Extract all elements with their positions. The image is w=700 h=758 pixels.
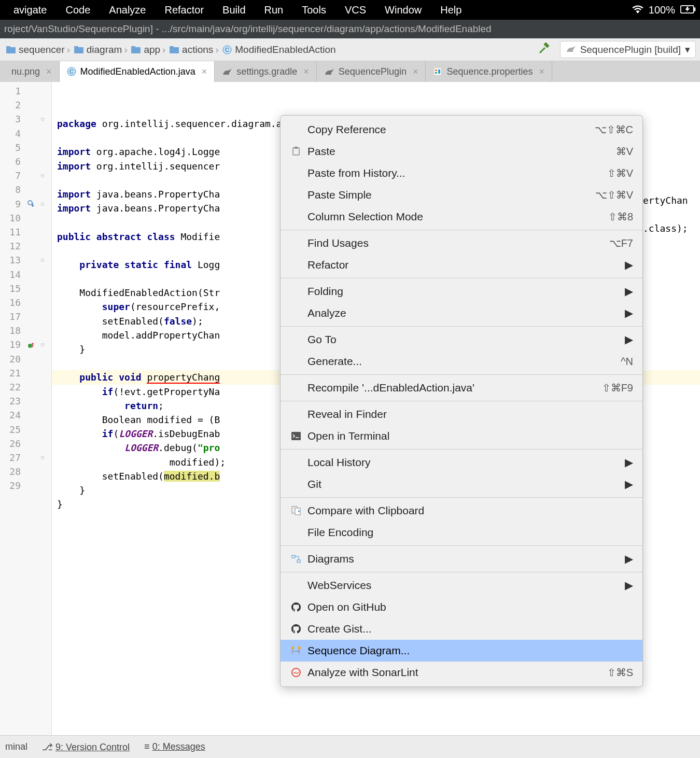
gutter-line-17[interactable]: 17 xyxy=(0,310,51,324)
menu-refactor[interactable]: Refactor xyxy=(155,4,213,16)
menu-item-analyze[interactable]: Analyze▶ xyxy=(281,302,642,324)
breadcrumb-diagram[interactable]: diagram xyxy=(72,44,124,55)
menu-item-analyze-with-sonarlint[interactable]: Analyze with SonarLint⇧⌘S xyxy=(281,662,642,683)
gutter-line-19[interactable]: 19⊟ xyxy=(0,338,51,352)
gutter-line-16[interactable]: 16 xyxy=(0,296,51,310)
gutter-line-14[interactable]: 14 xyxy=(0,267,51,281)
gutter-line-23[interactable]: 23 xyxy=(0,394,51,408)
menu-item-generate[interactable]: Generate...^N xyxy=(281,350,642,372)
menu-item-paste[interactable]: Paste⌘V xyxy=(281,141,642,162)
fold-icon[interactable]: ⊟ xyxy=(41,454,48,461)
menu-help[interactable]: Help xyxy=(431,4,471,16)
menubar-items: avigateCodeAnalyzeRefactorBuildRunToolsV… xyxy=(4,4,471,16)
list-icon: ≡ xyxy=(144,741,150,752)
close-icon[interactable]: × xyxy=(303,66,309,77)
fold-icon[interactable]: ⊟ xyxy=(41,201,48,207)
gutter-line-7[interactable]: 7⊟ xyxy=(0,169,51,183)
close-icon[interactable]: × xyxy=(202,66,207,77)
gutter-line-11[interactable]: 11 xyxy=(0,225,51,239)
gutter-line-26[interactable]: 26 xyxy=(0,437,51,451)
tab-sequence-properties[interactable]: Sequence.properties× xyxy=(426,61,552,82)
tab-modifiedenabledaction-java[interactable]: CModifiedEnabledAction.java× xyxy=(60,61,215,82)
tab-nu-png[interactable]: nu.png× xyxy=(0,61,60,82)
gutter-line-25[interactable]: 25 xyxy=(0,423,51,437)
tab-sequenceplugin[interactable]: SequencePlugin× xyxy=(317,61,426,82)
menu-item-find-usages[interactable]: Find Usages⌥F7 xyxy=(281,232,642,254)
fold-icon[interactable]: ⊟ xyxy=(41,172,48,179)
implements-down-icon[interactable] xyxy=(27,200,35,208)
terminal-tool[interactable]: minal xyxy=(5,741,27,752)
gutter-line-6[interactable]: 6 xyxy=(0,155,51,169)
gutter-line-28[interactable]: 28 xyxy=(0,465,51,479)
gutter-line-21[interactable]: 21 xyxy=(0,366,51,380)
menu-window[interactable]: Window xyxy=(375,4,431,16)
svg-point-20 xyxy=(28,344,32,348)
menu-separator xyxy=(281,497,642,498)
menu-item-sequence-diagram[interactable]: Sequence Diagram... xyxy=(281,640,642,662)
close-icon[interactable]: × xyxy=(46,66,52,77)
breadcrumb-sequencer[interactable]: sequencer xyxy=(4,44,67,55)
fold-icon[interactable]: ⊟ xyxy=(41,341,48,348)
breadcrumb-app[interactable]: app xyxy=(129,44,162,55)
svg-rect-17 xyxy=(435,72,437,74)
menu-item-paste-from-history[interactable]: Paste from History...⇧⌘V xyxy=(281,162,642,184)
fold-icon[interactable]: ⊟ xyxy=(41,257,48,263)
menu-item-paste-simple[interactable]: Paste Simple⌥⇧⌘V xyxy=(281,184,642,206)
gutter-line-22[interactable]: 22 xyxy=(0,380,51,394)
menu-item-reveal-in-finder[interactable]: Reveal in Finder xyxy=(281,403,642,425)
version-control-tool[interactable]: ⎇ 9: Version Control xyxy=(42,741,130,753)
fold-icon[interactable]: ⊟ xyxy=(41,116,48,122)
close-icon[interactable]: × xyxy=(413,66,418,77)
svg-point-30 xyxy=(292,668,300,677)
menu-item-copy-reference[interactable]: Copy Reference⌥⇧⌘C xyxy=(281,119,642,141)
menu-item-recompile-denabledaction-java[interactable]: Recompile '...dEnabledAction.java'⇧⌘F9 xyxy=(281,377,642,399)
menu-item-file-encoding[interactable]: File Encoding xyxy=(281,522,642,543)
menu-analyze[interactable]: Analyze xyxy=(100,4,155,16)
menu-item-folding[interactable]: Folding▶ xyxy=(281,280,642,302)
gutter-line-13[interactable]: 13⊟ xyxy=(0,253,51,267)
gutter-line-5[interactable]: 5 xyxy=(0,141,51,155)
menu-run[interactable]: Run xyxy=(255,4,293,16)
run-configuration-selector[interactable]: SequencePlugin [build] ▾ xyxy=(560,41,696,58)
menu-code[interactable]: Code xyxy=(57,4,100,16)
gutter-line-10[interactable]: 10 xyxy=(0,211,51,225)
tab-settings-gradle[interactable]: settings.gradle× xyxy=(215,61,317,82)
menu-tools[interactable]: Tools xyxy=(292,4,335,16)
menu-item-refactor[interactable]: Refactor▶ xyxy=(281,254,642,276)
menu-vcs[interactable]: VCS xyxy=(335,4,375,16)
menu-item-create-gist[interactable]: Create Gist... xyxy=(281,618,642,640)
menu-build[interactable]: Build xyxy=(213,4,255,16)
menu-item-diagrams[interactable]: Diagrams▶ xyxy=(281,548,642,570)
menu-item-go-to[interactable]: Go To▶ xyxy=(281,329,642,350)
gutter-line-15[interactable]: 15 xyxy=(0,282,51,296)
hammer-build-icon[interactable] xyxy=(537,42,550,57)
gutter-line-2[interactable]: 2 xyxy=(0,98,51,112)
gutter-line-9[interactable]: 9⊟ xyxy=(0,197,51,211)
overrides-up-icon[interactable] xyxy=(27,341,35,349)
menu-label: Folding xyxy=(302,285,625,298)
gutter-line-20[interactable]: 20 xyxy=(0,352,51,366)
gutter-line-29[interactable]: 29 xyxy=(0,479,51,493)
breadcrumb-actions[interactable]: actions xyxy=(167,44,215,55)
gutter-line-18[interactable]: 18 xyxy=(0,324,51,338)
menu-item-local-history[interactable]: Local History▶ xyxy=(281,452,642,473)
menu-item-open-in-terminal[interactable]: Open in Terminal xyxy=(281,425,642,447)
breadcrumb-modifiedenabledaction[interactable]: CModifiedEnabledAction xyxy=(220,44,338,55)
menu-avigate[interactable]: avigate xyxy=(4,4,57,16)
menu-item-webservices[interactable]: WebServices▶ xyxy=(281,574,642,596)
gutter-line-24[interactable]: 24 xyxy=(0,408,51,422)
chevron-right-icon: ▶ xyxy=(625,478,633,490)
menu-item-open-on-github[interactable]: Open on GitHub xyxy=(281,596,642,618)
gutter-line-12[interactable]: 12 xyxy=(0,239,51,253)
menu-item-git[interactable]: Git▶ xyxy=(281,473,642,495)
gutter-line-27[interactable]: 27⊟ xyxy=(0,451,51,465)
chevron-right-icon: ▶ xyxy=(625,307,633,319)
menu-item-column-selection-mode[interactable]: Column Selection Mode⇧⌘8 xyxy=(281,206,642,228)
gutter-line-4[interactable]: 4 xyxy=(0,127,51,141)
messages-tool[interactable]: ≡ 0: Messages xyxy=(144,741,205,752)
menu-item-compare-with-clipboard[interactable]: Compare with Clipboard xyxy=(281,500,642,522)
gutter-line-1[interactable]: 1 xyxy=(0,84,51,98)
gutter-line-3[interactable]: 3⊟ xyxy=(0,112,51,126)
gutter-line-8[interactable]: 8 xyxy=(0,183,51,196)
close-icon[interactable]: × xyxy=(539,66,545,77)
